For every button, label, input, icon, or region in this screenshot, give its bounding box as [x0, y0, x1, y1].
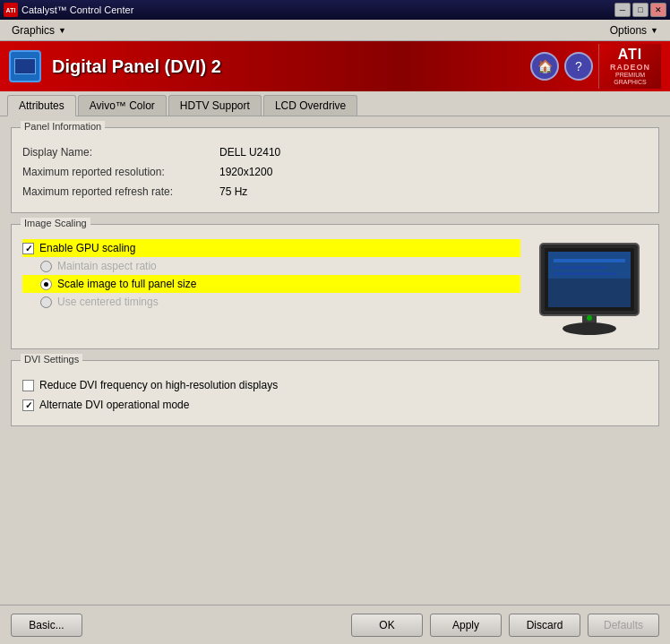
apply-button[interactable]: Apply: [430, 614, 502, 637]
header: Digital Panel (DVI) 2 🏠 ? ATI RADEON PRE…: [0, 41, 670, 91]
page-title: Digital Panel (DVI) 2: [52, 56, 221, 77]
basic-btn-container: Basic...: [11, 614, 82, 637]
max-refresh-value: 75 Hz: [219, 185, 247, 198]
premium-graphics-text: PREMIUM GRAPHICS: [601, 72, 659, 85]
display-name-label: Display Name:: [22, 146, 219, 159]
alternate-dvi-row: Alternate DVI operational mode: [22, 395, 648, 415]
title-bar-left: ATI Catalyst™ Control Center: [4, 3, 133, 17]
window-title: Catalyst™ Control Center: [21, 4, 133, 15]
action-buttons: OK Apply Discard Defaults: [351, 614, 659, 637]
radeon-text: RADEON: [610, 63, 650, 72]
svg-point-8: [563, 322, 616, 335]
tab-attributes[interactable]: Attributes: [7, 95, 76, 116]
panel-info-group: Panel Information Display Name: DELL U24…: [11, 127, 659, 213]
graphics-label: Graphics: [12, 24, 55, 37]
options-menu[interactable]: Options ▼: [602, 21, 666, 39]
title-bar-buttons: ─ □ ✕: [614, 3, 666, 17]
tab-lcd-overdrive[interactable]: LCD Overdrive: [263, 95, 357, 116]
close-button[interactable]: ✕: [650, 3, 666, 17]
max-resolution-row: Maximum reported resolution: 1920x1200: [22, 162, 648, 182]
scaling-options: Enable GPU scaling Maintain aspect ratio…: [22, 239, 520, 338]
svg-point-9: [587, 315, 592, 321]
monitor-screen: [14, 58, 36, 74]
options-label: Options: [610, 24, 647, 37]
svg-rect-4: [554, 259, 625, 262]
display-name-value: DELL U2410: [219, 146, 280, 159]
monitor-icon: [9, 50, 41, 82]
reduce-dvi-checkbox[interactable]: [22, 380, 34, 391]
monitor-preview: [531, 239, 648, 338]
alternate-dvi-checkbox[interactable]: [22, 399, 34, 411]
graphics-menu[interactable]: Graphics ▼: [4, 21, 74, 39]
home-button[interactable]: 🏠: [530, 52, 559, 81]
tab-bar: Attributes Avivo™ Color HDTV Support LCD…: [0, 91, 670, 116]
ati-logo: ATI RADEON PREMIUM GRAPHICS: [598, 44, 661, 89]
ok-button[interactable]: OK: [351, 614, 423, 637]
dvi-settings-title: DVI Settings: [21, 354, 82, 365]
centered-timings-label: Use centered timings: [57, 296, 159, 308]
bottom-bar: Basic... OK Apply Discard Defaults: [0, 605, 670, 644]
content-area: Panel Information Display Name: DELL U24…: [0, 116, 670, 644]
enable-gpu-scaling-checkbox[interactable]: [22, 243, 34, 254]
display-name-row: Display Name: DELL U2410: [22, 142, 648, 162]
options-arrow: ▼: [650, 26, 658, 35]
discard-button[interactable]: Discard: [509, 614, 580, 637]
monitor-svg: [536, 239, 643, 338]
scale-full-panel-row: Scale image to full panel size: [22, 275, 520, 293]
ati-icon-text: ATI: [6, 7, 16, 13]
image-scaling-group: Image Scaling Enable GPU scaling Maintai…: [11, 224, 659, 349]
ati-icon: ATI: [4, 3, 18, 17]
maximize-button[interactable]: □: [632, 3, 649, 17]
ati-logo-text: ATI: [618, 47, 643, 63]
scale-full-panel-label: Scale image to full panel size: [57, 278, 196, 290]
reduce-dvi-row: Reduce DVI frequency on high-resolution …: [22, 375, 648, 395]
title-bar: ATI Catalyst™ Control Center ─ □ ✕: [0, 0, 670, 20]
maintain-aspect-ratio-row: Maintain aspect ratio: [22, 257, 520, 275]
scale-full-panel-radio[interactable]: [40, 279, 52, 290]
image-scaling-title: Image Scaling: [21, 218, 90, 228]
max-refresh-row: Maximum reported refresh rate: 75 Hz: [22, 182, 648, 202]
help-button[interactable]: ?: [564, 52, 593, 81]
enable-gpu-scaling-row: Enable GPU scaling: [22, 239, 520, 257]
minimize-button[interactable]: ─: [614, 3, 631, 17]
max-refresh-label: Maximum reported refresh rate:: [22, 185, 219, 198]
dvi-settings-group: DVI Settings Reduce DVI frequency on hig…: [11, 360, 659, 426]
basic-button[interactable]: Basic...: [11, 614, 82, 637]
reduce-dvi-label: Reduce DVI frequency on high-resolution …: [39, 379, 278, 391]
header-left: Digital Panel (DVI) 2: [9, 50, 221, 82]
panel-info-title: Panel Information: [21, 121, 105, 132]
enable-gpu-scaling-label: Enable GPU scaling: [39, 242, 135, 254]
tab-hdtv-support[interactable]: HDTV Support: [168, 95, 262, 116]
main-window: ATI Catalyst™ Control Center ─ □ ✕ Graph…: [0, 0, 670, 644]
centered-timings-row: Use centered timings: [22, 293, 520, 311]
max-resolution-label: Maximum reported resolution:: [22, 166, 219, 178]
defaults-button[interactable]: Defaults: [588, 614, 659, 637]
graphics-arrow: ▼: [58, 26, 66, 35]
svg-rect-5: [554, 266, 607, 269]
max-resolution-value: 1920x1200: [219, 166, 272, 178]
scaling-section: Enable GPU scaling Maintain aspect ratio…: [22, 239, 648, 338]
maintain-aspect-ratio-radio[interactable]: [40, 261, 52, 272]
tab-avivo-color[interactable]: Avivo™ Color: [78, 95, 167, 116]
centered-timings-radio[interactable]: [40, 296, 52, 308]
maintain-aspect-ratio-label: Maintain aspect ratio: [57, 260, 157, 272]
menu-bar: Graphics ▼ Options ▼: [0, 20, 670, 41]
alternate-dvi-label: Alternate DVI operational mode: [39, 399, 189, 411]
header-right: 🏠 ? ATI RADEON PREMIUM GRAPHICS: [530, 44, 661, 89]
svg-rect-6: [554, 272, 616, 275]
